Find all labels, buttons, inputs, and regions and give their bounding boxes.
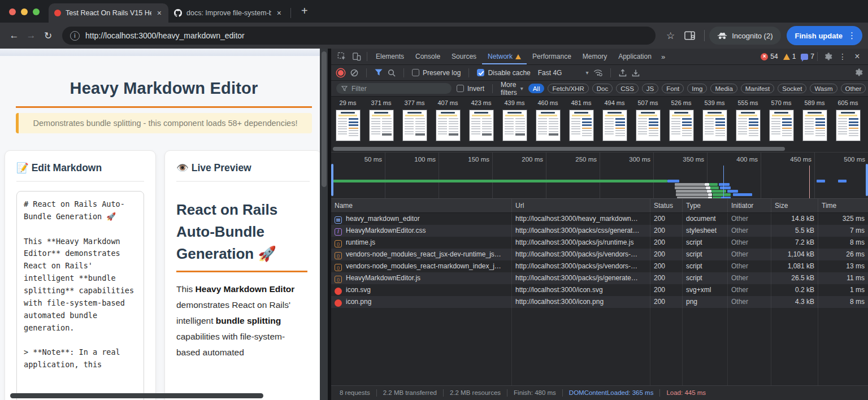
network-request-row[interactable]: HeavyMarkdownEditor.js http://localhost:…: [331, 272, 868, 284]
filter-chip[interactable]: Img: [687, 84, 707, 93]
preserve-log-checkbox[interactable]: Preserve log: [412, 69, 461, 77]
disable-cache-checkbox[interactable]: Disable cache: [477, 69, 530, 77]
incognito-chip[interactable]: Incognito (2): [709, 27, 780, 45]
devtools-menu-dots-icon[interactable]: ⋮: [835, 49, 850, 64]
filter-chip[interactable]: JS: [642, 84, 658, 93]
export-har-icon[interactable]: [619, 69, 627, 77]
filter-chip[interactable]: Doc: [592, 84, 613, 93]
filmstrip-frame[interactable]: 460 ms: [531, 97, 565, 146]
filter-chip[interactable]: CSS: [616, 84, 639, 93]
column-header-time[interactable]: Time: [818, 199, 868, 212]
network-request-row[interactable]: HeavyMarkdownEditor.css http://localhost…: [331, 225, 868, 237]
browser-menu-dots-icon[interactable]: ⋮: [846, 31, 858, 41]
filmstrip-frame[interactable]: 555 ms: [731, 97, 765, 146]
import-har-icon[interactable]: [632, 69, 640, 77]
network-request-row[interactable]: heavy_markdown_editor http://localhost:3…: [331, 213, 868, 225]
network-request-row[interactable]: vendors-node_modules_react-markdown_inde…: [331, 260, 868, 272]
filter-chip[interactable]: Socket: [778, 84, 806, 93]
console-errors-badge[interactable]: 54: [761, 53, 778, 60]
filmstrip-frame[interactable]: [865, 97, 868, 146]
devtools-tab[interactable]: Memory: [577, 49, 613, 64]
page-horizontal-scrollbar[interactable]: [10, 393, 263, 398]
overview-right-handle[interactable]: [866, 164, 868, 196]
window-minimize-button[interactable]: [21, 8, 28, 15]
finish-update-button[interactable]: Finish update ⋮: [787, 26, 863, 45]
invert-checkbox[interactable]: Invert: [457, 85, 484, 93]
browser-tab-active[interactable]: Test React On Rails V15 Hello ×: [49, 3, 168, 23]
search-icon[interactable]: [388, 69, 396, 77]
filter-chip[interactable]: Wasm: [810, 84, 837, 93]
devtools-tab[interactable]: Console: [410, 49, 446, 64]
markdown-editor-textarea[interactable]: # React on Rails Auto-Bundle Generation …: [16, 191, 144, 400]
network-conditions-icon[interactable]: [593, 69, 602, 76]
network-request-row[interactable]: vendors-node_modules_react_jsx-dev-runti…: [331, 249, 868, 260]
overview-left-handle[interactable]: [331, 164, 333, 196]
filter-chip[interactable]: Fetch/XHR: [548, 84, 588, 93]
filmstrip-frame[interactable]: 494 ms: [598, 97, 631, 146]
preview-pane[interactable]: React on Rails Auto-Bundle Generation 🚀 …: [176, 190, 310, 400]
column-header-type[interactable]: Type: [682, 199, 727, 212]
devtools-tab[interactable]: Network: [482, 49, 527, 64]
filmstrip-frame[interactable]: 605 ms: [831, 97, 865, 146]
inspect-element-icon[interactable]: [335, 49, 349, 64]
site-info-icon[interactable]: i: [70, 31, 80, 41]
filter-chip[interactable]: Media: [710, 84, 737, 93]
network-request-row[interactable]: runtime.js http://localhost:3000/packs/j…: [331, 237, 868, 249]
new-tab-button[interactable]: +: [298, 5, 311, 17]
filmstrip-frame[interactable]: 539 ms: [698, 97, 731, 146]
console-warnings-badge[interactable]: 1: [783, 53, 796, 60]
overview-scrollbar[interactable]: [331, 146, 868, 152]
filmstrip-frame[interactable]: 439 ms: [498, 97, 531, 146]
issues-badge[interactable]: 7: [801, 53, 814, 60]
more-filters-dropdown[interactable]: More filters ▾: [501, 81, 523, 97]
close-tab-icon[interactable]: ×: [276, 9, 283, 17]
filmstrip-frame[interactable]: 423 ms: [465, 97, 498, 146]
network-settings-gear-icon[interactable]: [854, 68, 863, 77]
devtools-settings-gear-icon[interactable]: [821, 49, 835, 64]
record-network-log-icon[interactable]: [338, 70, 344, 76]
filmstrip-frame[interactable]: 481 ms: [565, 97, 598, 146]
bookmark-star-icon[interactable]: ☆: [661, 30, 680, 42]
throttling-select[interactable]: Fast 4G ▾: [536, 69, 589, 77]
filter-input[interactable]: Filter: [336, 83, 452, 94]
address-bar[interactable]: i http://localhost:3000/heavy_markdown_e…: [62, 27, 656, 45]
devtools-tab[interactable]: Elements: [370, 49, 410, 64]
tab-search-panel-icon[interactable]: [680, 31, 700, 40]
filter-chip[interactable]: Manifest: [741, 84, 774, 93]
column-header-name[interactable]: Name: [331, 199, 511, 212]
network-request-row[interactable]: icon.png http://localhost:3000/icon.png …: [331, 296, 868, 308]
browser-tab-github[interactable]: docs: Improve file-system-ba ×: [168, 3, 288, 23]
column-header-size[interactable]: Size: [771, 199, 818, 212]
network-request-row[interactable]: icon.svg http://localhost:3000/icon.svg …: [331, 284, 868, 296]
filmstrip-frame[interactable]: 29 ms: [331, 97, 364, 146]
filmstrip-frame[interactable]: 526 ms: [665, 97, 698, 146]
close-devtools-icon[interactable]: ×: [850, 49, 865, 64]
clear-network-log-icon[interactable]: [350, 69, 358, 77]
window-zoom-button[interactable]: [33, 8, 40, 15]
filter-chip[interactable]: Font: [662, 84, 684, 93]
reload-button[interactable]: ↻: [40, 29, 57, 42]
devtools-tab[interactable]: Sources: [446, 49, 482, 64]
devtools-tab[interactable]: Performance: [527, 49, 577, 64]
filter-chip[interactable]: All: [528, 84, 545, 93]
filmstrip-frame[interactable]: 589 ms: [798, 97, 831, 146]
filmstrip-frame[interactable]: 407 ms: [431, 97, 465, 146]
filmstrip-frame[interactable]: 371 ms: [364, 97, 398, 146]
filter-chip[interactable]: Other: [841, 84, 866, 93]
device-toolbar-icon[interactable]: [349, 49, 364, 64]
filter-funnel-icon[interactable]: [375, 69, 383, 76]
devtools-tab[interactable]: Application: [613, 49, 657, 64]
column-header-status[interactable]: Status: [650, 199, 682, 212]
column-header-url[interactable]: Url: [511, 199, 650, 212]
column-header-initiator[interactable]: Initiator: [727, 199, 771, 212]
filmstrip-frame[interactable]: 377 ms: [398, 97, 431, 146]
filmstrip-frame[interactable]: 570 ms: [765, 97, 798, 146]
close-tab-icon[interactable]: ×: [156, 9, 163, 17]
filmstrip-frame[interactable]: 507 ms: [631, 97, 665, 146]
page-vertical-scrollbar[interactable]: [320, 49, 328, 400]
forward-button[interactable]: →: [23, 29, 40, 42]
window-close-button[interactable]: [9, 8, 16, 15]
more-panels-icon[interactable]: »: [657, 53, 669, 61]
waterfall-overview[interactable]: 50 ms 100 ms 150 ms 200 ms 250 ms 300 ms…: [331, 152, 868, 199]
back-button[interactable]: ←: [6, 29, 23, 42]
